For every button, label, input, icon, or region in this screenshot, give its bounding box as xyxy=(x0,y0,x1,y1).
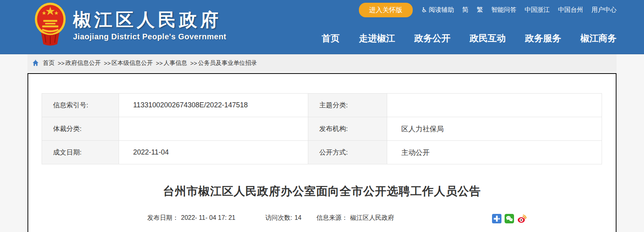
info-genre-label: 体裁分类: xyxy=(42,117,119,141)
utility-bar: 进入关怀版 ♿ 阅读辅助 简 繁 智能问答 中国浙江 中国台州 用户中心 xyxy=(359,3,617,17)
table-row: 成文日期: 2022-11-04 公开方式: 主动公开 xyxy=(42,141,602,164)
national-emblem-logo xyxy=(34,2,67,46)
source-value: 椒江区人民政府 xyxy=(350,214,394,222)
breadcrumb-separator: >> xyxy=(58,60,65,66)
info-date-label: 成文日期: xyxy=(42,141,119,164)
share-icons xyxy=(492,214,527,223)
breadcrumb: 首页 >> 政府信息公开 >> 区本级信息公开 >> 人事信息 >> 公务员及事… xyxy=(27,54,617,72)
share-more-icon[interactable] xyxy=(492,214,501,223)
wechat-share-icon[interactable] xyxy=(505,214,514,223)
document-info-table: 信息索引号: 11331002002674308E/2022-147518 主题… xyxy=(42,93,602,164)
info-topic-value xyxy=(387,94,602,117)
accessibility-icon: ♿ xyxy=(421,6,427,14)
table-row: 体裁分类: 发布机构: 区人力社保局 xyxy=(42,117,602,141)
breadcrumb-item-gov-info[interactable]: 政府信息公开 xyxy=(66,59,101,67)
nav-gov-info[interactable]: 政务公开 xyxy=(414,32,450,44)
breadcrumb-separator: >> xyxy=(104,60,111,66)
weibo-share-icon[interactable] xyxy=(517,214,527,223)
utility-china-taizhou[interactable]: 中国台州 xyxy=(558,6,583,14)
publish-date-value: 2022- 11- 04 17: 21 xyxy=(181,214,235,221)
visits-label: 访问次数: xyxy=(265,214,292,222)
visits-value: 14 xyxy=(295,214,302,221)
breadcrumb-item-recruitment[interactable]: 公务员及事业单位招录 xyxy=(198,59,257,67)
document-meta-row: 发布日期： 2022- 11- 04 17: 21 访问次数: 14 信息来源：… xyxy=(28,213,616,223)
utility-traditional[interactable]: 繁 xyxy=(477,6,483,14)
info-openness-value: 主动公开 xyxy=(387,141,602,164)
breadcrumb-separator: >> xyxy=(156,60,163,66)
utility-reading-aid[interactable]: ♿ 阅读辅助 xyxy=(421,6,454,14)
home-icon xyxy=(32,60,39,66)
nav-services[interactable]: 政务服务 xyxy=(525,32,561,44)
utility-user-center[interactable]: 用户中心 xyxy=(591,6,617,14)
breadcrumb-separator: >> xyxy=(190,60,198,66)
utility-smart-qa[interactable]: 智能问答 xyxy=(491,6,516,14)
info-genre-value xyxy=(119,117,308,141)
document-title: 台州市椒江区人民政府办公室面向全市公开选聘工作人员公告 xyxy=(28,184,616,199)
utility-china-zhejiang[interactable]: 中国浙江 xyxy=(525,6,550,14)
source-label: 信息来源： xyxy=(317,214,348,222)
table-row: 信息索引号: 11331002002674308E/2022-147518 主题… xyxy=(42,94,602,117)
nav-home[interactable]: 首页 xyxy=(322,32,340,44)
site-header: 椒江区人民政府 Jiaojiang District People's Gove… xyxy=(0,0,644,54)
info-index-label: 信息索引号: xyxy=(42,94,119,117)
info-openness-label: 公开方式: xyxy=(308,141,387,164)
nav-business[interactable]: 椒江商务 xyxy=(580,32,617,44)
site-title: 椒江区人民政府 xyxy=(73,9,227,31)
nav-about[interactable]: 走进椒江 xyxy=(359,32,395,44)
utility-simplified[interactable]: 简 xyxy=(462,6,468,14)
care-mode-button[interactable]: 进入关怀版 xyxy=(359,3,413,17)
info-index-value: 11331002002674308E/2022-147518 xyxy=(119,94,308,117)
breadcrumb-item-home[interactable]: 首页 xyxy=(43,59,55,67)
nav-interaction[interactable]: 政民互动 xyxy=(470,32,506,44)
info-agency-value: 区人力社保局 xyxy=(387,117,602,141)
breadcrumb-item-district-info[interactable]: 区本级信息公开 xyxy=(112,59,153,67)
info-topic-label: 主题分类: xyxy=(308,94,387,117)
info-date-value: 2022-11-04 xyxy=(119,141,308,164)
content-panel: 信息索引号: 11331002002674308E/2022-147518 主题… xyxy=(27,73,617,232)
publish-date-label: 发布日期： xyxy=(147,214,179,222)
site-brand[interactable]: 椒江区人民政府 Jiaojiang District People's Gove… xyxy=(34,2,227,46)
main-nav: 首页 走进椒江 政务公开 政民互动 政务服务 椒江商务 xyxy=(322,32,617,44)
info-agency-label: 发布机构: xyxy=(308,117,387,141)
breadcrumb-item-personnel[interactable]: 人事信息 xyxy=(164,59,187,67)
site-subtitle: Jiaojiang District People's Government xyxy=(73,32,227,41)
